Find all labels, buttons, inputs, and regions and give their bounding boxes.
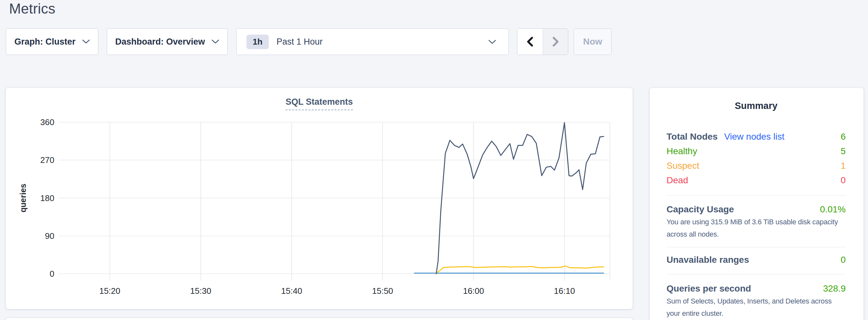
healthy-nodes-row: Healthy 5 (666, 144, 846, 158)
toolbar: Graph: Cluster Dashboard: Overview 1h Pa… (6, 28, 612, 55)
dashboard-dropdown-label: Dashboard: Overview (115, 37, 205, 47)
capacity-usage-value: 0.01% (820, 203, 846, 216)
svg-text:180: 180 (40, 193, 54, 203)
suspect-label: Suspect (666, 158, 699, 173)
time-range-picker[interactable]: 1h Past 1 Hour (237, 28, 509, 55)
sql-statements-chart-card: 09018027036015:2015:3015:4015:5016:0016:… (6, 88, 632, 309)
queries-per-second-label: Queries per second (666, 282, 751, 295)
chevron-left-icon (526, 36, 534, 47)
capacity-usage-description: You are using 315.9 MiB of 3.6 TiB usabl… (666, 216, 846, 241)
graph-dropdown-label: Graph: Cluster (14, 37, 75, 47)
prev-time-button[interactable] (518, 29, 542, 55)
divider (666, 274, 846, 275)
healthy-label: Healthy (666, 144, 697, 158)
svg-text:queries: queries (19, 184, 28, 212)
suspect-value: 1 (840, 158, 846, 173)
chevron-down-icon (212, 39, 219, 44)
chart-title-wrap: SQL Statements (6, 97, 632, 107)
sql-statements-chart: 09018027036015:2015:3015:4015:5016:0016:… (6, 88, 632, 301)
capacity-usage-label: Capacity Usage (666, 203, 734, 216)
view-nodes-list-link[interactable]: View nodes list (724, 129, 784, 144)
next-time-button[interactable] (542, 29, 568, 55)
queries-per-second-value: 328.9 (823, 282, 846, 295)
unavailable-ranges-row: Unavailable ranges 0 (666, 253, 846, 266)
svg-text:15:30: 15:30 (190, 286, 211, 296)
chevron-down-icon (82, 39, 90, 44)
svg-text:15:40: 15:40 (281, 286, 302, 296)
unavailable-ranges-value: 0 (840, 253, 846, 266)
total-nodes-label: Total Nodes (666, 129, 718, 144)
dead-nodes-row: Dead 0 (666, 173, 846, 188)
time-range-badge: 1h (246, 35, 269, 49)
suspect-nodes-row: Suspect 1 (666, 158, 846, 173)
time-nav (517, 28, 568, 55)
dead-value: 0 (840, 173, 846, 188)
dashboard-dropdown[interactable]: Dashboard: Overview (107, 28, 228, 55)
total-nodes-row: Total Nodes View nodes list 6 (666, 129, 846, 144)
summary-title: Summary (666, 100, 846, 111)
dead-label: Dead (666, 173, 688, 188)
page-title: Metrics (9, 1, 55, 17)
healthy-value: 5 (840, 144, 846, 158)
unavailable-ranges-label: Unavailable ranges (666, 253, 749, 266)
summary-panel: Summary Total Nodes View nodes list 6 He… (650, 88, 864, 320)
queries-per-second-row: Queries per second 328.9 (666, 282, 846, 295)
chevron-down-icon (488, 40, 496, 44)
divider (666, 247, 846, 247)
capacity-usage-row: Capacity Usage 0.01% (666, 203, 846, 216)
graph-dropdown[interactable]: Graph: Cluster (6, 28, 98, 55)
time-range-label: Past 1 Hour (277, 37, 323, 47)
queries-per-second-description: Sum of Selects, Updates, Inserts, and De… (666, 295, 846, 320)
chart-title[interactable]: SQL Statements (285, 97, 353, 110)
svg-text:16:10: 16:10 (554, 286, 575, 296)
svg-text:270: 270 (40, 155, 54, 165)
svg-text:90: 90 (45, 231, 54, 241)
svg-text:15:50: 15:50 (372, 286, 393, 296)
now-button[interactable]: Now (574, 28, 612, 55)
svg-text:16:00: 16:00 (463, 286, 484, 296)
chevron-right-icon (551, 36, 560, 47)
svg-text:15:20: 15:20 (99, 286, 120, 296)
next-chart-card (6, 318, 632, 320)
total-nodes-value: 6 (840, 129, 846, 144)
svg-text:360: 360 (40, 117, 54, 127)
divider (666, 196, 846, 196)
svg-text:0: 0 (50, 269, 54, 279)
